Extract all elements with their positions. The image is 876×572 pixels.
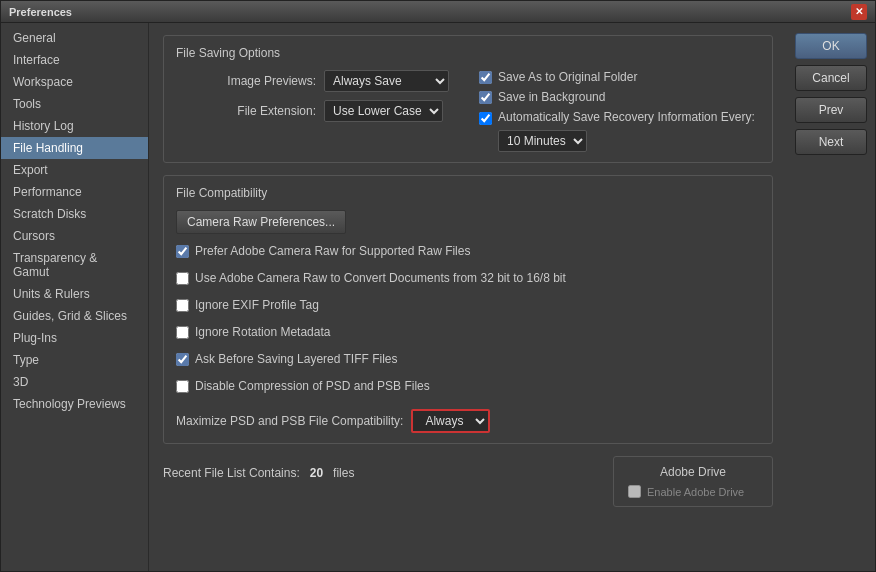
sidebar-item-history-log[interactable]: History Log (1, 115, 148, 137)
recent-files-suffix: files (333, 466, 354, 480)
compat-check-4: Ask Before Saving Layered TIFF Files (176, 352, 760, 366)
compat-checkbox-3[interactable] (176, 326, 189, 339)
sidebar: GeneralInterfaceWorkspaceToolsHistory Lo… (1, 23, 149, 571)
compat-checkbox-2[interactable] (176, 299, 189, 312)
auto-save-interval-select[interactable]: 1 Minute 5 Minutes 10 Minutes 15 Minutes… (498, 130, 587, 152)
close-button[interactable]: ✕ (851, 4, 867, 20)
compat-check-2: Ignore EXIF Profile Tag (176, 298, 760, 312)
maximize-select[interactable]: Always Never Ask (411, 409, 490, 433)
sidebar-item-3d[interactable]: 3D (1, 371, 148, 393)
maximize-label: Maximize PSD and PSB File Compatibility: (176, 414, 403, 428)
sidebar-item-scratch-disks[interactable]: Scratch Disks (1, 203, 148, 225)
main-panel: File Saving Options Image Previews: Alwa… (149, 23, 787, 571)
sidebar-item-cursors[interactable]: Cursors (1, 225, 148, 247)
adobe-drive-check: Enable Adobe Drive (628, 485, 758, 498)
file-saving-left: Image Previews: Always Save Never Save A… (176, 70, 449, 152)
camera-raw-button[interactable]: Camera Raw Preferences... (176, 210, 346, 234)
compat-label-3: Ignore Rotation Metadata (195, 325, 330, 339)
auto-save-checkbox[interactable] (479, 112, 492, 125)
sidebar-item-technology-previews[interactable]: Technology Previews (1, 393, 148, 415)
sidebar-item-interface[interactable]: Interface (1, 49, 148, 71)
maximize-row: Maximize PSD and PSB File Compatibility:… (176, 409, 760, 433)
auto-save-label: Automatically Save Recovery Information … (498, 110, 755, 124)
sidebar-item-type[interactable]: Type (1, 349, 148, 371)
prev-button[interactable]: Prev (795, 97, 867, 123)
compat-check-0: Prefer Adobe Camera Raw for Supported Ra… (176, 244, 760, 258)
image-previews-select[interactable]: Always Save Never Save Ask When Saving (324, 70, 449, 92)
file-compat-title: File Compatibility (176, 186, 760, 200)
compat-label-0: Prefer Adobe Camera Raw for Supported Ra… (195, 244, 470, 258)
adobe-drive-box: Adobe Drive Enable Adobe Drive (613, 456, 773, 507)
compat-label-2: Ignore EXIF Profile Tag (195, 298, 319, 312)
compat-check-5: Disable Compression of PSD and PSB Files (176, 379, 760, 393)
recent-files-label: Recent File List Contains: (163, 466, 300, 480)
save-as-original-row: Save As to Original Folder (479, 70, 760, 84)
sidebar-item-export[interactable]: Export (1, 159, 148, 181)
compat-checkbox-5[interactable] (176, 380, 189, 393)
file-compat-section: File Compatibility Camera Raw Preference… (163, 175, 773, 444)
sidebar-item-file-handling[interactable]: File Handling (1, 137, 148, 159)
recent-files-count: 20 (310, 466, 323, 480)
cancel-button[interactable]: Cancel (795, 65, 867, 91)
auto-save-row: Automatically Save Recovery Information … (479, 110, 760, 152)
save-as-original-label: Save As to Original Folder (498, 70, 637, 84)
compat-checkbox-0[interactable] (176, 245, 189, 258)
sidebar-item-tools[interactable]: Tools (1, 93, 148, 115)
main-content: GeneralInterfaceWorkspaceToolsHistory Lo… (1, 23, 875, 571)
sidebar-item-plug-ins[interactable]: Plug-Ins (1, 327, 148, 349)
auto-save-content: Automatically Save Recovery Information … (498, 110, 755, 152)
next-button[interactable]: Next (795, 129, 867, 155)
file-saving-right: Save As to Original Folder Save in Backg… (479, 70, 760, 152)
compat-label-5: Disable Compression of PSD and PSB Files (195, 379, 430, 393)
file-extension-row: File Extension: Use Lower Case Use Upper… (176, 100, 449, 122)
save-in-background-checkbox[interactable] (479, 91, 492, 104)
file-saving-title: File Saving Options (176, 46, 760, 60)
sidebar-item-general[interactable]: General (1, 27, 148, 49)
adobe-drive-title: Adobe Drive (628, 465, 758, 479)
sidebar-item-guides--grid---slices[interactable]: Guides, Grid & Slices (1, 305, 148, 327)
compat-check-1: Use Adobe Camera Raw to Convert Document… (176, 271, 760, 285)
window-title: Preferences (9, 6, 72, 18)
sidebar-item-units---rulers[interactable]: Units & Rulers (1, 283, 148, 305)
file-extension-select[interactable]: Use Lower Case Use Upper Case (324, 100, 443, 122)
adobe-drive-checkbox[interactable] (628, 485, 641, 498)
file-saving-section: File Saving Options Image Previews: Alwa… (163, 35, 773, 163)
preferences-window: Preferences ✕ GeneralInterfaceWorkspaceT… (0, 0, 876, 572)
save-as-original-checkbox[interactable] (479, 71, 492, 84)
image-previews-label: Image Previews: (176, 74, 316, 88)
file-extension-label: File Extension: (176, 104, 316, 118)
recent-files-row: Recent File List Contains: 20 files (163, 466, 354, 480)
image-previews-row: Image Previews: Always Save Never Save A… (176, 70, 449, 92)
compat-label-4: Ask Before Saving Layered TIFF Files (195, 352, 398, 366)
bottom-row: Recent File List Contains: 20 files Adob… (163, 456, 773, 507)
sidebar-item-transparency---gamut[interactable]: Transparency & Gamut (1, 247, 148, 283)
compat-checkbox-1[interactable] (176, 272, 189, 285)
save-in-background-label: Save in Background (498, 90, 605, 104)
sidebar-item-performance[interactable]: Performance (1, 181, 148, 203)
file-compat-checks: Prefer Adobe Camera Raw for Supported Ra… (176, 244, 760, 399)
title-bar: Preferences ✕ (1, 1, 875, 23)
sidebar-item-workspace[interactable]: Workspace (1, 71, 148, 93)
compat-checkbox-4[interactable] (176, 353, 189, 366)
auto-save-interval-row: 1 Minute 5 Minutes 10 Minutes 15 Minutes… (498, 130, 755, 152)
save-in-background-row: Save in Background (479, 90, 760, 104)
compat-check-3: Ignore Rotation Metadata (176, 325, 760, 339)
buttons-panel: OK Cancel Prev Next (787, 23, 875, 571)
adobe-drive-label: Enable Adobe Drive (647, 486, 744, 498)
compat-label-1: Use Adobe Camera Raw to Convert Document… (195, 271, 566, 285)
ok-button[interactable]: OK (795, 33, 867, 59)
